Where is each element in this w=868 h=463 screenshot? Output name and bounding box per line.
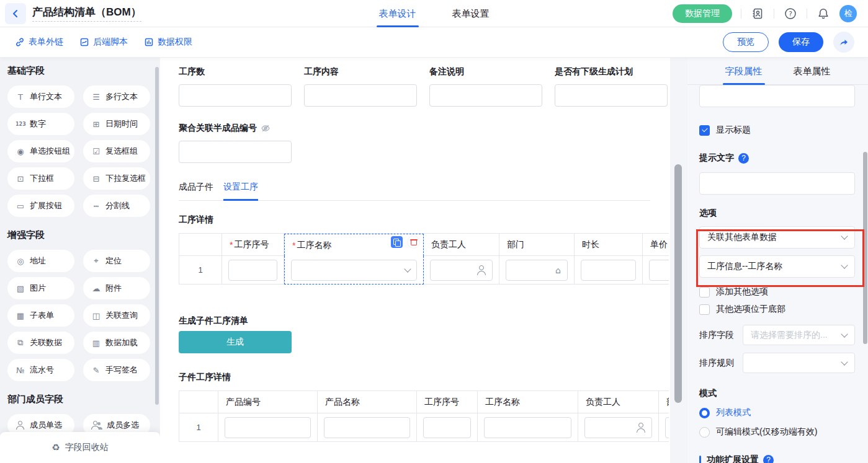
notification-bell-icon[interactable] [816, 6, 831, 21]
sidebar-field-item[interactable]: ⊟下拉复选框 [83, 167, 150, 190]
sidebar-field-item[interactable]: ◫关联查询 [83, 304, 150, 327]
cell-input-input[interactable] [228, 260, 277, 281]
sidebar-field-item[interactable]: 123数字 [7, 113, 74, 135]
table-cell [643, 256, 669, 284]
field-input[interactable] [555, 84, 668, 107]
sidebar-field-label: 成员单选 [30, 420, 62, 431]
cell-dept-input[interactable]: ⌂ [506, 260, 568, 281]
field-input[interactable] [179, 141, 292, 163]
option-source-select[interactable]: 关联其他表单数据 [699, 226, 855, 249]
sidebar-field-item[interactable]: T单行文本 [7, 86, 74, 108]
svg-text:?: ? [789, 9, 792, 17]
sidebar-field-item[interactable]: ◎地址 [7, 250, 74, 272]
sidebar-field-item[interactable]: ☰多行文本 [83, 86, 150, 108]
tab-form-settings[interactable]: 表单设置 [452, 0, 490, 27]
table-body-row: 1⌂ [179, 256, 669, 284]
backend-script-action[interactable]: 后端脚本 [79, 37, 128, 48]
title-input-cropped[interactable] [699, 85, 855, 107]
hint-text-input[interactable] [699, 172, 855, 195]
radio-icon [699, 408, 710, 418]
option-field-select[interactable]: 工序信息--工序名称 [699, 255, 855, 278]
share-button[interactable] [833, 32, 854, 53]
canvas-field[interactable]: 工序数 [179, 66, 292, 107]
canvas-field[interactable]: 工序内容 [304, 66, 417, 107]
save-button[interactable]: 保存 [779, 32, 823, 52]
sidebar-field-label: 附件 [105, 283, 122, 294]
cell-input-input[interactable] [423, 417, 471, 438]
column-header: 产品编号 [218, 391, 318, 413]
contacts-icon[interactable] [750, 6, 765, 21]
generate-button[interactable]: 生成 [179, 331, 292, 353]
cell-input-input[interactable] [484, 417, 571, 438]
field-type-icon: ┅ [91, 201, 101, 211]
option-checkbox[interactable]: 其他选项位于底部 [699, 304, 855, 315]
field-input[interactable] [304, 84, 417, 107]
preview-button[interactable]: 预览 [723, 32, 769, 52]
row-number: 1 [179, 256, 222, 284]
sidebar-field-item[interactable]: ◉单选按钮组 [7, 140, 74, 162]
tab-field-properties[interactable]: 字段属性 [725, 58, 763, 85]
field-input[interactable] [429, 84, 542, 107]
field-input[interactable] [179, 84, 292, 107]
column-label: 部门 [507, 239, 524, 250]
canvas-field-agg[interactable]: 聚合关联半成品编号 [179, 123, 292, 163]
help-icon[interactable]: ? [738, 153, 749, 164]
tab-finished-parts[interactable]: 成品子件 [179, 182, 213, 200]
canvas-field[interactable]: 是否有下级生成计划 [555, 66, 668, 107]
mode-radio-option[interactable]: 可编辑模式(仅移动端有效) [699, 426, 855, 438]
cell-person-input[interactable] [584, 417, 652, 438]
sidebar-field-label: 图片 [30, 283, 46, 294]
sidebar-field-item[interactable]: ▧图片 [7, 277, 74, 299]
eye-off-icon [261, 123, 271, 133]
sidebar-field-item[interactable]: ✎手写签名 [83, 359, 150, 381]
table-cell [478, 413, 578, 442]
mode-radio-option[interactable]: 列表模式 [699, 407, 855, 418]
column-header: *工序名称 [284, 234, 424, 256]
data-permission-action[interactable]: 数据权限 [144, 37, 192, 48]
trash-icon[interactable] [408, 236, 419, 248]
help-icon[interactable]: ? [763, 455, 774, 463]
sidebar-field-item[interactable]: ☑复选框组 [83, 140, 150, 162]
cell-input-input[interactable] [324, 417, 410, 438]
sidebar-field-item[interactable]: №流水号 [7, 359, 74, 381]
user-avatar[interactable]: 检 [839, 5, 857, 22]
canvas-scrollbar[interactable] [674, 164, 682, 403]
back-button[interactable] [5, 3, 26, 24]
tab-set-process[interactable]: 设置工序 [223, 182, 258, 200]
field-recycle-bin[interactable]: ♻ 字段回收站 [0, 432, 160, 463]
field-type-icon: ☰ [91, 92, 101, 102]
copy-icon[interactable] [391, 236, 403, 248]
cell-select-input[interactable] [291, 260, 417, 281]
cell-input-input[interactable] [225, 417, 311, 438]
sidebar-field-item[interactable]: ☁附件 [83, 277, 150, 299]
person-icon [635, 423, 645, 433]
canvas-field[interactable]: 备注说明 [429, 66, 542, 107]
option-checkbox[interactable]: 添加其他选项 [699, 286, 855, 298]
tab-form-properties[interactable]: 表单属性 [794, 58, 831, 85]
panel-scrollbar[interactable] [863, 152, 867, 344]
sidebar-field-item[interactable]: ⌖定位 [83, 250, 150, 272]
subform1-title: 工序详情 [179, 214, 670, 226]
cell-input-input[interactable] [649, 260, 669, 281]
cell-person-input[interactable] [430, 260, 493, 281]
sidebar-field-item[interactable]: ┅分割线 [83, 195, 150, 217]
sidebar-field-item[interactable]: ⊞日期时间 [83, 113, 150, 135]
sidebar-field-item[interactable]: ▭扩展按钮 [7, 195, 74, 217]
show-title-checkbox[interactable]: 显示标题 [699, 125, 855, 136]
sidebar-field-item[interactable]: ⧉关联数据 [7, 332, 74, 354]
sort-field-select[interactable]: 请选择需要排序的... [743, 325, 855, 345]
header-actions: 数据管理 ? [673, 4, 868, 23]
data-manage-button[interactable]: 数据管理 [673, 4, 732, 23]
help-icon[interactable]: ? [783, 6, 798, 21]
external-link-action[interactable]: 表单外链 [15, 37, 63, 48]
field-type-icon: ✎ [91, 366, 101, 375]
cell-input-input[interactable] [665, 417, 669, 438]
sidebar-field-item[interactable]: ⊡下拉框 [7, 167, 74, 190]
sidebar-field-item[interactable]: ▥数据加载 [83, 332, 150, 354]
sort-rule-select[interactable] [743, 353, 855, 373]
field-type-icon: ⊟ [91, 174, 101, 183]
cell-input-input[interactable] [581, 260, 636, 281]
tab-form-design[interactable]: 表单设计 [379, 0, 416, 27]
sidebar-scrollbar[interactable] [155, 67, 159, 405]
sidebar-field-item[interactable]: ▦子表单 [7, 304, 74, 327]
